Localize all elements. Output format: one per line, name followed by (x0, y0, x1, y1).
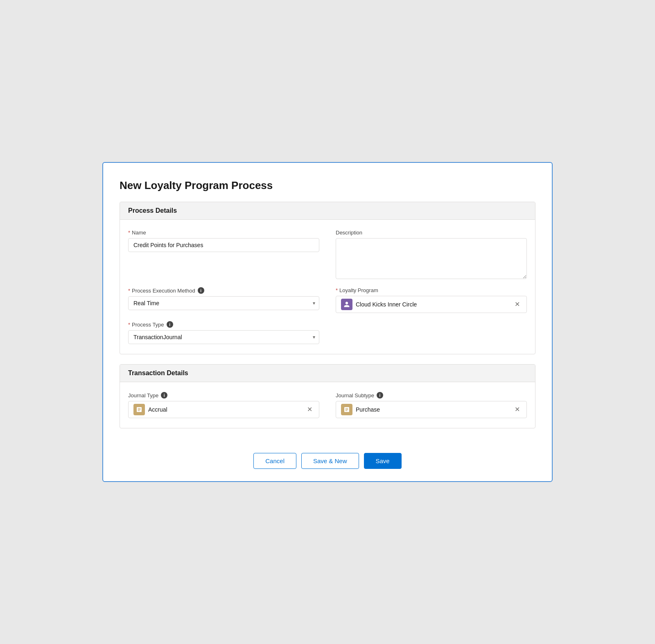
description-label-text: Description (336, 230, 362, 236)
row-name-description: * Name Description (128, 230, 527, 279)
execution-info-icon[interactable]: i (198, 287, 204, 294)
execution-label: * Process Execution Method i (128, 287, 319, 294)
transaction-details-section: Transaction Details Journal Type i (120, 364, 535, 428)
journal-type-value: Accrual (148, 406, 302, 413)
save-button[interactable]: Save (364, 453, 402, 469)
row-execution-loyalty: * Process Execution Method i Real Time ▾… (128, 287, 527, 313)
field-execution-group: * Process Execution Method i Real Time ▾ (128, 287, 319, 313)
name-required-star: * (128, 230, 130, 236)
process-type-select-wrapper: TransactionJournal ▾ (128, 330, 319, 344)
field-description-group: Description (336, 230, 527, 279)
process-type-info-icon[interactable]: i (167, 321, 173, 328)
journal-subtype-svg (343, 406, 350, 413)
journal-subtype-clear-icon[interactable]: ✕ (513, 405, 522, 414)
transaction-details-body: Journal Type i Accrual ✕ (120, 382, 535, 428)
loyalty-program-icon (341, 299, 352, 310)
journal-type-icon (133, 404, 145, 415)
field-process-type-group: * Process Type i TransactionJournal ▾ (128, 321, 319, 344)
journal-subtype-icon (341, 404, 352, 415)
journal-type-label: Journal Type i (128, 392, 319, 399)
name-label: * Name (128, 230, 319, 236)
name-label-text: Name (132, 230, 146, 236)
page-title: New Loyalty Program Process (120, 179, 535, 192)
field-loyalty-group: * Loyalty Program Cloud Kicks Inner Circ… (336, 287, 527, 313)
field-journal-subtype-group: Journal Subtype i Purchase ✕ (336, 392, 527, 418)
footer-actions: Cancel Save & New Save (120, 445, 535, 469)
loyalty-label-text: Loyalty Program (339, 287, 378, 293)
loyalty-required-star: * (336, 287, 338, 293)
row-journal: Journal Type i Accrual ✕ (128, 392, 527, 418)
row-process-type: * Process Type i TransactionJournal ▾ (128, 321, 527, 344)
process-details-body: * Name Description * Process (120, 220, 535, 354)
process-details-section: Process Details * Name Description (120, 202, 535, 354)
transaction-details-header: Transaction Details (120, 365, 535, 382)
journal-type-lookup-field[interactable]: Accrual ✕ (128, 401, 319, 418)
process-type-label-text: Process Type (132, 322, 164, 328)
journal-type-info-icon[interactable]: i (161, 392, 167, 399)
process-type-required-star: * (128, 322, 130, 328)
description-textarea[interactable] (336, 238, 527, 279)
name-input[interactable] (128, 238, 319, 252)
execution-select-wrapper: Real Time ▾ (128, 296, 319, 310)
loyalty-clear-icon[interactable]: ✕ (513, 300, 522, 308)
loyalty-lookup-field[interactable]: Cloud Kicks Inner Circle ✕ (336, 296, 527, 313)
journal-subtype-label: Journal Subtype i (336, 392, 527, 399)
field-journal-type-group: Journal Type i Accrual ✕ (128, 392, 319, 418)
journal-subtype-lookup-field[interactable]: Purchase ✕ (336, 401, 527, 418)
loyalty-label: * Loyalty Program (336, 287, 527, 293)
journal-type-clear-icon[interactable]: ✕ (305, 405, 314, 414)
loyalty-program-value: Cloud Kicks Inner Circle (356, 301, 510, 308)
loyalty-program-svg (343, 301, 350, 308)
process-type-select[interactable]: TransactionJournal (128, 330, 319, 344)
journal-subtype-value: Purchase (356, 406, 510, 413)
journal-type-svg (136, 406, 142, 413)
process-type-empty (336, 321, 527, 344)
cancel-button[interactable]: Cancel (253, 453, 296, 469)
execution-required-star: * (128, 288, 130, 294)
journal-subtype-info-icon[interactable]: i (377, 392, 383, 399)
process-type-label: * Process Type i (128, 321, 319, 328)
journal-subtype-label-text: Journal Subtype (336, 392, 374, 399)
process-details-header: Process Details (120, 202, 535, 220)
modal-container: New Loyalty Program Process Process Deta… (102, 162, 553, 482)
description-label: Description (336, 230, 527, 236)
field-name-group: * Name (128, 230, 319, 279)
execution-select[interactable]: Real Time (128, 296, 319, 310)
save-new-button[interactable]: Save & New (301, 453, 359, 469)
execution-label-text: Process Execution Method (132, 288, 195, 294)
journal-type-label-text: Journal Type (128, 392, 158, 399)
